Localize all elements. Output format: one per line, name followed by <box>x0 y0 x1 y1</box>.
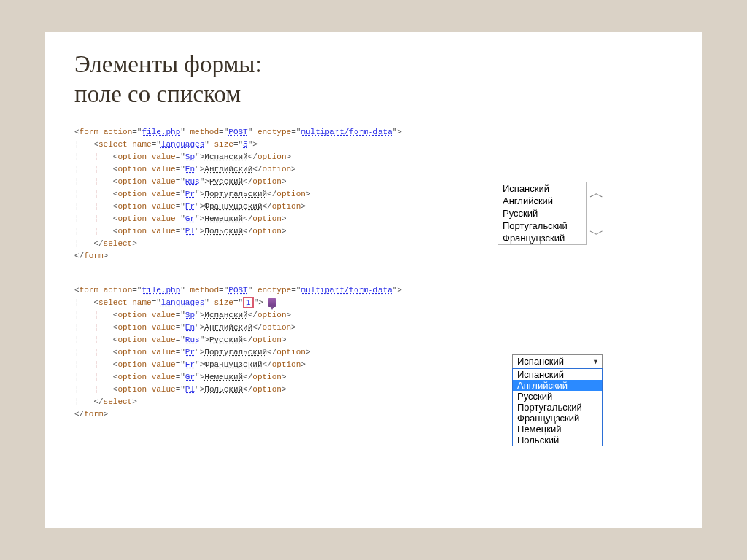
title-line-2: поле со списком <box>74 81 241 107</box>
dropdown-option[interactable]: Немецкий <box>513 424 602 435</box>
dropdown-option[interactable]: Английский <box>513 380 602 391</box>
scroll-down-icon[interactable]: ﹀ <box>589 223 605 245</box>
dropdown-option[interactable]: Француцзский <box>513 413 602 424</box>
listbox-option[interactable]: Француцзский <box>498 232 586 244</box>
listbox-option[interactable]: Испанский <box>498 182 586 195</box>
listbox-option[interactable]: Английский <box>498 195 586 207</box>
callout-pin-icon <box>268 298 276 307</box>
listbox-option[interactable]: Русский <box>498 207 586 219</box>
listbox-preview: ИспанскийАнглийскийРусскийПортугальскийФ… <box>498 182 605 245</box>
dropdown-option[interactable]: Польский <box>513 435 602 446</box>
dropdown-selected-label: Испанский <box>517 356 564 367</box>
listbox-scrollbar[interactable]: ︿ ﹀ <box>589 182 605 245</box>
dropdown-option[interactable]: Русский <box>513 391 602 402</box>
listbox[interactable]: ИспанскийАнглийскийРусскийПортугальскийФ… <box>498 182 587 245</box>
dropdown-option[interactable]: Испанский <box>513 369 602 380</box>
dropdown-preview: Испанский ▼ ИспанскийАнглийскийРусскийПо… <box>512 354 603 446</box>
title-line-1: Элементы формы: <box>74 51 262 77</box>
listbox-option[interactable]: Португальский <box>498 219 586 232</box>
slide-title: Элементы формы: поле со списком <box>74 50 673 110</box>
dropdown-closed[interactable]: Испанский ▼ <box>512 354 603 368</box>
dropdown-option[interactable]: Португальский <box>513 402 602 413</box>
slide: Элементы формы: поле со списком <form ac… <box>45 32 702 528</box>
caret-down-icon: ▼ <box>592 358 599 365</box>
dropdown-panel[interactable]: ИспанскийАнглийскийРусскийПортугальскийФ… <box>512 368 603 446</box>
scroll-up-icon[interactable]: ︿ <box>589 182 605 203</box>
